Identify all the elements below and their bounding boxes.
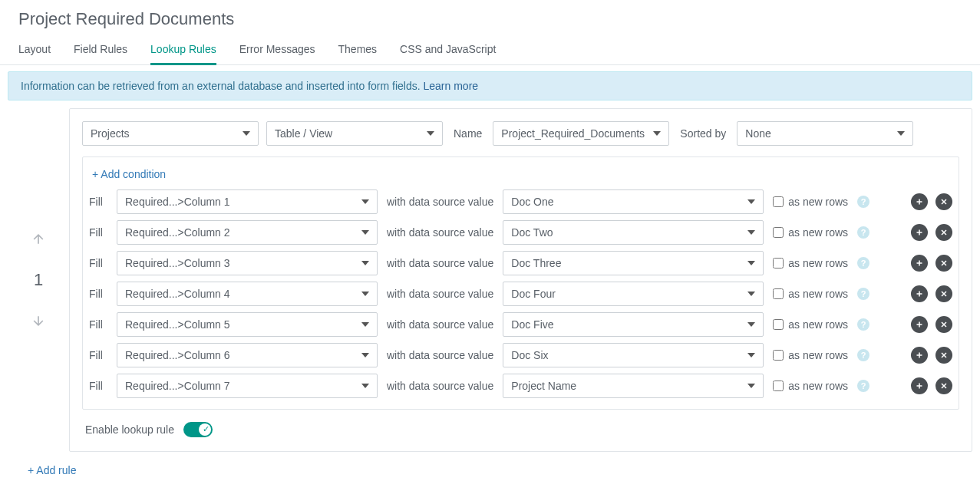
target-field-value: Required...>Column 3 bbox=[125, 257, 230, 269]
target-field-value: Required...>Column 5 bbox=[125, 318, 230, 331]
row-actions bbox=[911, 377, 952, 394]
target-field-select[interactable]: Required...>Column 3 bbox=[117, 251, 378, 275]
source-value-select[interactable]: Doc Six bbox=[503, 343, 764, 367]
enable-toggle[interactable]: ✓ bbox=[183, 422, 213, 437]
fill-label: Fill bbox=[89, 226, 107, 239]
as-new-rows-checkbox[interactable] bbox=[773, 288, 784, 299]
source-value: Doc Three bbox=[511, 257, 561, 269]
help-icon[interactable]: ? bbox=[857, 288, 869, 300]
caret-down-icon bbox=[243, 130, 250, 137]
remove-row-button[interactable] bbox=[935, 255, 952, 272]
as-new-rows-checkbox[interactable] bbox=[773, 319, 784, 330]
source-value: Doc Five bbox=[511, 318, 553, 331]
caret-down-icon bbox=[361, 382, 369, 390]
source-value-select[interactable]: Project Name bbox=[503, 374, 764, 398]
page-title: Project Required Documents bbox=[0, 0, 980, 35]
help-icon[interactable]: ? bbox=[857, 226, 869, 239]
caret-down-icon bbox=[653, 130, 661, 137]
datasource-row: Projects Table / View Name Project_Requi… bbox=[82, 121, 959, 146]
help-icon[interactable]: ? bbox=[857, 318, 869, 331]
as-new-rows-checkbox-wrap: as new rows bbox=[773, 226, 848, 239]
with-label: with data source value bbox=[387, 226, 493, 239]
source-value-select[interactable]: Doc Five bbox=[503, 312, 764, 337]
add-row-button[interactable] bbox=[911, 316, 928, 333]
source-value-select[interactable]: Doc Four bbox=[503, 282, 764, 306]
as-new-rows-label: as new rows bbox=[788, 288, 848, 300]
with-label: with data source value bbox=[387, 288, 493, 300]
row-actions bbox=[911, 347, 952, 364]
fill-row: FillRequired...>Column 7with data source… bbox=[89, 374, 952, 398]
help-icon[interactable]: ? bbox=[857, 349, 869, 361]
remove-row-button[interactable] bbox=[935, 316, 952, 333]
plus-icon bbox=[915, 289, 924, 298]
fill-row: FillRequired...>Column 3with data source… bbox=[89, 251, 952, 275]
tab-error-messages[interactable]: Error Messages bbox=[239, 35, 315, 64]
object-type-select[interactable]: Table / View bbox=[266, 121, 443, 146]
learn-more-link[interactable]: Learn more bbox=[424, 80, 479, 92]
source-value: Doc Two bbox=[511, 226, 553, 239]
tab-field-rules[interactable]: Field Rules bbox=[74, 35, 127, 64]
close-icon bbox=[939, 351, 949, 360]
remove-row-button[interactable] bbox=[935, 224, 952, 241]
add-row-button[interactable] bbox=[911, 255, 928, 272]
fill-row: FillRequired...>Column 5with data source… bbox=[89, 312, 952, 337]
row-actions bbox=[911, 224, 952, 241]
info-banner: Information can be retrieved from an ext… bbox=[8, 71, 972, 100]
fill-label: Fill bbox=[89, 196, 107, 208]
tab-bar: LayoutField RulesLookup RulesError Messa… bbox=[0, 35, 980, 65]
help-icon[interactable]: ? bbox=[857, 196, 869, 208]
source-value: Doc Six bbox=[511, 349, 548, 361]
fill-label: Fill bbox=[89, 257, 107, 269]
close-icon bbox=[939, 381, 949, 390]
move-up-icon[interactable] bbox=[31, 232, 46, 247]
as-new-rows-checkbox-wrap: as new rows bbox=[773, 349, 848, 361]
add-row-button[interactable] bbox=[911, 224, 928, 241]
target-field-select[interactable]: Required...>Column 1 bbox=[117, 189, 378, 214]
target-field-select[interactable]: Required...>Column 5 bbox=[117, 312, 378, 337]
as-new-rows-label: as new rows bbox=[788, 196, 848, 208]
as-new-rows-checkbox-wrap: as new rows bbox=[773, 288, 848, 300]
add-row-button[interactable] bbox=[911, 285, 928, 302]
tab-layout[interactable]: Layout bbox=[18, 35, 51, 64]
close-icon bbox=[939, 320, 949, 329]
as-new-rows-checkbox[interactable] bbox=[773, 196, 784, 207]
row-actions bbox=[911, 285, 952, 302]
remove-row-button[interactable] bbox=[935, 347, 952, 364]
remove-row-button[interactable] bbox=[935, 193, 952, 210]
as-new-rows-checkbox-wrap: as new rows bbox=[773, 380, 848, 392]
source-value-select[interactable]: Doc One bbox=[503, 189, 764, 214]
target-field-select[interactable]: Required...>Column 2 bbox=[117, 220, 378, 245]
connection-select[interactable]: Projects bbox=[82, 121, 259, 146]
tab-lookup-rules[interactable]: Lookup Rules bbox=[150, 35, 216, 64]
as-new-rows-checkbox[interactable] bbox=[773, 258, 784, 269]
remove-row-button[interactable] bbox=[935, 377, 952, 394]
tab-themes[interactable]: Themes bbox=[338, 35, 378, 64]
move-down-icon[interactable] bbox=[31, 313, 46, 328]
as-new-rows-checkbox[interactable] bbox=[773, 350, 784, 361]
add-row-button[interactable] bbox=[911, 377, 928, 394]
add-rule-link[interactable]: + Add rule bbox=[0, 452, 980, 476]
target-field-select[interactable]: Required...>Column 7 bbox=[117, 374, 378, 398]
add-row-button[interactable] bbox=[911, 193, 928, 210]
sorted-by-select[interactable]: None bbox=[737, 121, 913, 146]
source-value-select[interactable]: Doc Two bbox=[503, 220, 764, 245]
add-condition-link[interactable]: + Add condition bbox=[89, 168, 952, 189]
target-field-value: Required...>Column 2 bbox=[125, 226, 230, 239]
rule-number: 1 bbox=[34, 270, 43, 290]
name-select[interactable]: Project_Required_Documents bbox=[493, 121, 669, 146]
as-new-rows-checkbox[interactable] bbox=[773, 227, 784, 238]
as-new-rows-label: as new rows bbox=[788, 349, 848, 361]
as-new-rows-checkbox[interactable] bbox=[773, 381, 784, 391]
with-label: with data source value bbox=[387, 257, 493, 269]
help-icon[interactable]: ? bbox=[857, 257, 869, 269]
add-row-button[interactable] bbox=[911, 347, 928, 364]
target-field-select[interactable]: Required...>Column 4 bbox=[117, 282, 378, 306]
tab-css-and-javascript[interactable]: CSS and JavaScript bbox=[400, 35, 496, 64]
caret-down-icon bbox=[747, 229, 755, 236]
target-field-select[interactable]: Required...>Column 6 bbox=[117, 343, 378, 367]
fill-container: + Add condition FillRequired...>Column 1… bbox=[82, 156, 959, 410]
plus-icon bbox=[915, 228, 924, 237]
source-value-select[interactable]: Doc Three bbox=[503, 251, 764, 275]
remove-row-button[interactable] bbox=[935, 285, 952, 302]
help-icon[interactable]: ? bbox=[857, 380, 869, 392]
